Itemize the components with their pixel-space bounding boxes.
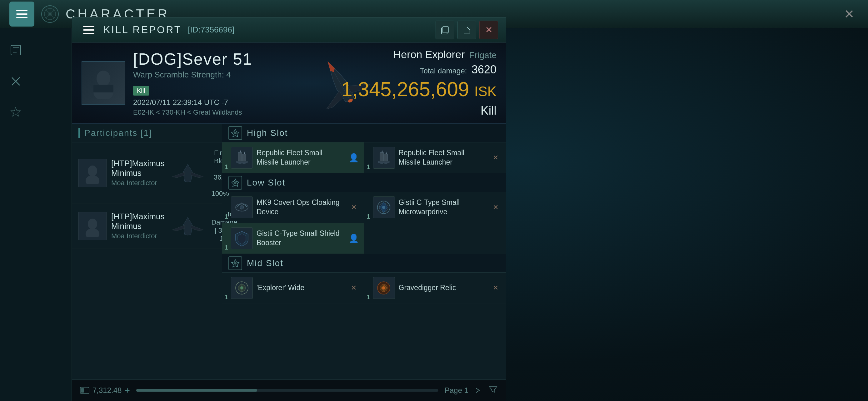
participant-item[interactable]: [HTP]Maximus Minimus Moa Interdictor Top…: [72, 204, 222, 248]
victim-avatar: [82, 61, 125, 105]
equip-item[interactable]: 1 Gravedigger Relic ✕: [364, 273, 506, 303]
equip-icon: [231, 196, 253, 218]
star-icon: [9, 106, 22, 119]
participant-ship: Moa Interdictor: [111, 179, 164, 187]
equip-qty: 1: [225, 163, 228, 170]
menu-button[interactable]: [9, 2, 34, 27]
equip-item[interactable]: 1 'Explorer' Wide ✕: [222, 273, 364, 303]
export-button[interactable]: [458, 21, 476, 39]
total-damage-value: 3620: [471, 63, 496, 76]
equip-qty: 1: [367, 294, 370, 301]
svg-rect-15: [93, 85, 114, 93]
equip-name: 'Explorer' Wide: [256, 283, 345, 293]
svg-point-29: [234, 181, 237, 184]
main-content: Participants [1] [HTP]Maximus Minimus Mo…: [72, 124, 506, 379]
status-x-icon: ✕: [351, 203, 356, 211]
mid-slot-title: Mid Slot: [247, 258, 283, 268]
low-slot-header: Low Slot: [222, 173, 506, 192]
equip-status: ✕: [349, 203, 359, 212]
window-title: KILL REPORT: [103, 24, 182, 36]
sidebar-item-combat[interactable]: [0, 69, 71, 94]
window-close-icon: ✕: [485, 25, 492, 35]
status-x-icon: ✕: [351, 284, 356, 292]
low-slot-icon: [228, 176, 242, 190]
app-close-button[interactable]: ✕: [840, 5, 859, 24]
plus-icon[interactable]: +: [125, 386, 130, 395]
filter-icon[interactable]: [488, 384, 498, 396]
isk-value: 1,345,265,609: [341, 78, 469, 101]
shield-booster-row: 1 Gistii C-Type Small Shield Booster 👤: [222, 223, 506, 254]
bottom-bar: 7,312.48 + Page 1: [72, 379, 506, 401]
equip-icon: [231, 277, 253, 299]
equip-qty: 1: [225, 294, 228, 301]
low-slot-section: Low Slot 1 M: [222, 173, 506, 254]
equip-status: ✕: [349, 283, 359, 293]
copy-button[interactable]: [436, 21, 454, 39]
equip-icon: [373, 147, 395, 169]
equipment-panel: High Slot 1: [222, 124, 506, 379]
kill-report-window: KILL REPORT [ID:7356696] ✕: [72, 17, 506, 401]
equip-name: Gistii C-Type Small Shield Booster: [256, 229, 345, 248]
equip-name: MK9 Covert Ops Cloaking Device: [256, 198, 345, 217]
equip-item-empty: [364, 223, 506, 254]
svg-point-19: [86, 175, 99, 184]
svg-rect-47: [81, 388, 84, 393]
equip-item[interactable]: 1 Republic Fleet Small Missile Launcher: [364, 142, 506, 173]
section-accent: [79, 128, 80, 138]
participant-ship-image: [169, 215, 207, 237]
high-slot-header: High Slot: [222, 124, 506, 142]
equip-item[interactable]: 1 Gistii C-Type Small Microwar: [364, 192, 506, 223]
participant-separator: |: [215, 226, 218, 234]
window-id: [ID:7356696]: [188, 25, 234, 35]
svg-rect-11: [443, 27, 448, 33]
equip-status: 👤: [349, 153, 359, 162]
isk-unit: ISK: [474, 84, 496, 99]
sidebar-item-bio[interactable]: [0, 37, 71, 63]
status-x-icon: ✕: [493, 203, 498, 211]
participant-item[interactable]: [HTP]Maximus Minimus Moa Interdictor Fin…: [72, 142, 222, 204]
map-value: 7,312.48: [92, 386, 122, 395]
svg-point-37: [234, 262, 237, 265]
equip-qty: 1: [225, 244, 228, 251]
equip-name: Republic Fleet Small Missile Launcher: [256, 148, 345, 167]
participants-title: Participants [1]: [84, 128, 152, 138]
equip-icon: [231, 147, 253, 169]
svg-point-20: [88, 219, 97, 229]
sidebar-item-medals[interactable]: [0, 100, 71, 125]
equip-item[interactable]: 1 MK9 Covert Ops Cloaking Device ✕: [222, 192, 364, 223]
window-close-button[interactable]: ✕: [479, 21, 498, 39]
status-person-icon: 👤: [349, 153, 359, 163]
kill-type: Kill: [341, 104, 496, 118]
participant-info: [HTP]Maximus Minimus Moa Interdictor: [111, 212, 164, 240]
window-hamburger-icon: [83, 26, 94, 34]
svg-marker-9: [11, 107, 20, 116]
equip-name: Republic Fleet Small Missile Launcher: [399, 148, 488, 167]
page-arrow-icon[interactable]: [473, 386, 482, 395]
bio-icon: [9, 44, 22, 56]
equip-status: ✕: [491, 203, 500, 212]
window-controls: ✕: [436, 21, 498, 39]
equip-item[interactable]: 1 Republic Fleet Small Missile L: [222, 142, 364, 173]
kill-label: Kill: [133, 86, 149, 96]
svg-point-42: [240, 287, 243, 290]
window-menu-button[interactable]: [80, 21, 97, 38]
high-slot-icon: [228, 126, 242, 140]
high-slot-row: 1 Republic Fleet Small Missile L: [222, 142, 506, 173]
equip-item[interactable]: 1 Gistii C-Type Small Shield Booster 👤: [222, 223, 364, 254]
total-damage-label: Total damage:: [420, 67, 467, 75]
hamburger-icon: [16, 10, 28, 18]
svg-point-45: [382, 287, 385, 290]
equip-qty: 1: [225, 213, 228, 220]
swords-icon: [9, 75, 22, 88]
character-logo-icon: [41, 5, 59, 24]
participant-name: [HTP]Maximus Minimus: [111, 159, 164, 178]
kill-stats: Heron Explorer Frigate Total damage: 362…: [341, 48, 496, 118]
window-titlebar: KILL REPORT [ID:7356696] ✕: [72, 18, 506, 42]
participant-avatar: [79, 159, 106, 187]
svg-point-22: [234, 132, 237, 134]
svg-point-13: [97, 71, 110, 86]
scrollbar-track[interactable]: [136, 389, 438, 392]
svg-rect-28: [378, 161, 389, 163]
equip-qty: 1: [367, 213, 370, 220]
mid-slot-row: 1 'Explorer' Wide ✕: [222, 273, 506, 304]
